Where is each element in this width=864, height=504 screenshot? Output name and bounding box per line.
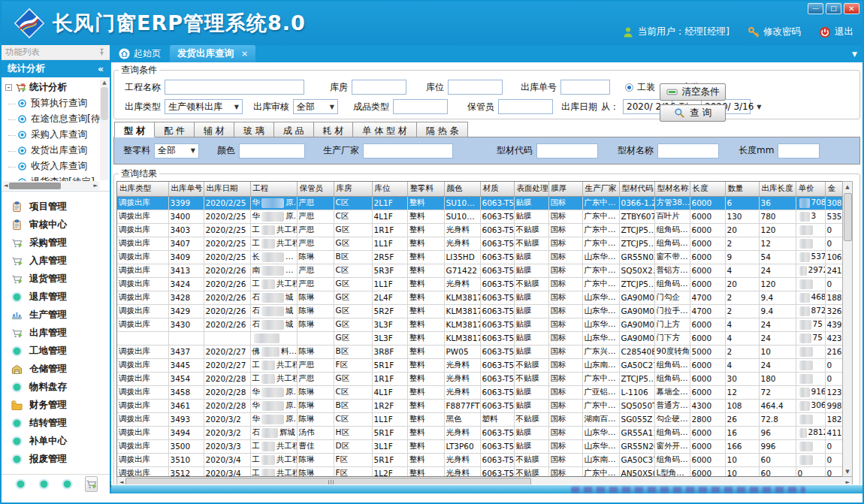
search-button[interactable]: 查 询 [660,104,726,122]
column-header[interactable]: 保管员 [297,182,334,196]
table-row[interactable]: 调拨出库34612020/2/28华原…陈琳B区1R2F整料F8877FT606… [117,399,842,412]
maximize-button[interactable]: □ [826,3,841,14]
module-cart-button[interactable] [85,476,98,492]
tree-horizontal-scrollbar[interactable]: ◄► [2,181,99,190]
clear-conditions-button[interactable]: 清空条件 [660,83,726,101]
column-header[interactable]: 颜色 [444,182,480,196]
column-header[interactable]: 膜厚 [548,182,582,196]
column-header[interactable]: 长度 [690,182,725,196]
sidebar-menu-item[interactable]: 财务管理 [2,396,110,414]
sidebar-menu-item[interactable]: 退库管理 [2,288,110,306]
column-header[interactable]: 金 [825,182,842,196]
material-tab[interactable]: 配 件 [155,122,195,137]
table-row[interactable]: 调拨出库34942020/3/2石辉城汤伟H区5R1F整料光身料6063-T5贴… [117,426,842,439]
scroll-down-icon[interactable]: ▼ [845,466,849,476]
minimize-button[interactable]: — [808,3,823,14]
location-input[interactable] [448,80,503,95]
column-header[interactable]: 型材名称 [654,182,690,196]
table-row[interactable]: 调拨出库34032020/2/25工共工程严思G区1R1F整料光身料6063-T… [117,223,842,237]
sidebar-menu-item[interactable]: 工地管理 [2,342,110,360]
table-row[interactable]: 调拨出库34452020/2/27工共工程严思F区5R1F整料光身料6063-T… [117,358,842,372]
column-header[interactable]: 单价 [796,182,825,196]
sidebar-menu-item[interactable]: 采购管理 [2,234,110,252]
tree-item[interactable]: 采购入库查询 [2,127,110,143]
material-tab[interactable]: 玻 璃 [234,122,274,137]
audit-select[interactable]: 全部▼ [293,99,338,114]
column-header[interactable]: 库位 [372,182,407,196]
profile-name-input[interactable] [657,143,719,158]
table-row[interactable]: 调拨出库34072020/2/25工共工程严思G区1L1F整料光身料6063-T… [117,237,842,250]
vertical-scroll-thumb[interactable] [844,193,852,241]
column-header[interactable]: 出库类型 [117,182,168,196]
column-header[interactable]: 生产厂家 [582,182,619,196]
sidebar-menu-item[interactable]: 物料盘存 [2,378,110,396]
material-tab[interactable]: 耗 材 [314,122,354,137]
tab-shipping-outbound-query[interactable]: 发货出库查询 × [170,45,255,62]
sidebar-menu-item[interactable]: 入库管理 [2,252,110,270]
outbound-type-select[interactable]: 生产领料出库▼ [165,99,243,114]
table-row[interactable]: 调拨出库34242020/2/26工共工程严思G区1L1F整料光身料6063-T… [117,277,842,291]
module-circle-icon[interactable] [62,478,73,490]
column-header[interactable]: 数量 [725,182,759,196]
horizontal-scroll-thumb[interactable] [125,478,531,484]
grid-vertical-scrollbar[interactable]: ▲ ▼ [842,181,853,477]
table-row[interactable]: G区3L3F整料KLM38176063-T5贴膜国标山东华…GA90M09…门下… [117,331,842,345]
manufacturer-input[interactable] [363,143,453,158]
column-header[interactable]: 表面处理 [514,182,548,196]
whole-piece-select[interactable]: 全部▼ [154,143,199,158]
tree-item[interactable]: 发货出库查询 [2,143,110,158]
scroll-right-icon[interactable]: ► [846,479,850,484]
product-type-input[interactable] [393,99,448,114]
material-tab[interactable]: 隔 热 条 [417,122,469,137]
column-header[interactable]: 出库长度 [759,182,796,196]
table-row[interactable]: 调拨出库34302020/2/26石城陈琳G区3L3F整料KLM38176063… [117,318,842,331]
tree-item[interactable]: 收货入库查询 [2,158,110,174]
sidebar-menu-item[interactable]: 审核中心 [2,216,110,234]
keeper-input[interactable] [498,99,553,114]
table-row[interactable]: 调拨出库34002020/2/25华原…严思C区4L1F整料SU10…6063-… [117,210,842,223]
tab-list-dropdown-icon[interactable]: ▼ [852,50,857,58]
material-tab[interactable]: 辅 材 [195,122,234,137]
tree-item[interactable]: 退库管理[待定] [2,190,110,192]
sidebar-section-statistics[interactable]: 统计分析 « [2,60,110,77]
logout-link[interactable]: 退出 [835,26,853,38]
scroll-left-icon[interactable]: ◄ [119,479,123,484]
module-circle-icon[interactable] [38,478,50,490]
table-row[interactable]: 调拨出库34092020/2/25长…陈琳B区2R5F整料LI35HD6063-… [117,250,842,264]
table-row[interactable]: 调拨出库34582020/2/28华原…陈琳C区4L1F整料光身料6063-T5… [117,385,842,399]
table-row[interactable]: 调拨出库35102020/3/4工共工程陈琳F区5R1F整料光身料6063-T5… [117,453,842,466]
length-input[interactable] [778,143,820,158]
tree-expander-icon[interactable]: - [5,84,12,91]
sidebar-menu-item[interactable]: 出库管理 [2,324,110,342]
table-row[interactable]: 调拨出库33992020/2/25华原…严思C区2L1F整料SU10…6063-… [117,196,842,210]
sidebar-menu-item[interactable]: 退货管理 [2,270,110,288]
material-tab[interactable]: 成 品 [274,122,314,137]
tab-close-icon[interactable]: × [241,49,248,59]
material-tab[interactable]: 单 体 型 材 [353,122,416,137]
scroll-up-icon[interactable]: ▲ [845,182,849,192]
tree-item[interactable]: 预算执行查询 [2,95,110,111]
table-row[interactable]: 调拨出库35002020/3/3工共工程曹佳D区3L1F整料LT3P606063… [117,439,842,453]
column-header[interactable]: 材质 [480,182,514,196]
column-header[interactable]: 库房 [334,182,372,196]
project-name-input[interactable] [165,80,304,95]
table-row[interactable]: 调拨出库34132020/2/26南…严思C区5R3F整料G714226063-… [117,264,842,277]
table-row[interactable]: 调拨出库34932020/3/2华原…陈琳C区1L1F整料黑色塑料不贴膜国标湖南… [117,412,842,426]
close-button[interactable]: ✕ [844,3,859,14]
column-header[interactable]: 整零料 [407,182,444,196]
material-tab[interactable]: 型 材 [114,122,155,137]
column-header[interactable]: 工程 [250,182,297,196]
table-row[interactable]: 调拨出库35122020/3/4工共工程陈琳F区1L2F整料光身料6063-T5… [117,466,842,477]
column-header[interactable]: 型材代码 [619,182,654,196]
order-no-input[interactable] [560,80,610,95]
table-row[interactable]: 调拨出库34292020/2/26石城陈琳G区5R2F整料KLM38176063… [117,304,842,318]
sidebar-menu-item[interactable]: 项目管理 [2,198,110,216]
table-row[interactable]: 调拨出库34282020/2/26石城陈琳G区2L4F整料KLM38176063… [117,291,842,304]
column-header[interactable]: 出库日期 [204,182,250,196]
column-header[interactable]: 出库单号 [168,182,204,196]
sidebar-menu-item[interactable]: 生产管理 [2,306,110,324]
warehouse-input[interactable] [352,80,406,95]
change-password-link[interactable]: 修改密码 [763,26,801,38]
module-circle-icon[interactable] [15,478,26,490]
profile-code-input[interactable] [536,143,598,158]
